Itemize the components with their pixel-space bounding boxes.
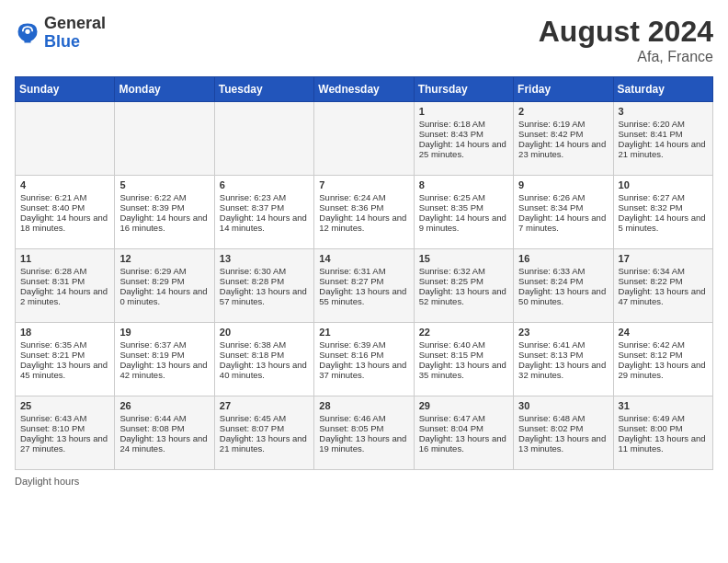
day-info-line: Sunset: 8:05 PM [319, 423, 408, 433]
day-info-line: Sunset: 8:10 PM [20, 423, 109, 433]
day-info-line: Daylight: 14 hours and 9 minutes. [419, 213, 508, 233]
day-number: 23 [518, 327, 608, 338]
day-info-line: Sunset: 8:42 PM [518, 129, 608, 139]
day-info-line: Daylight: 14 hours and 0 minutes. [119, 286, 209, 306]
day-info-line: Daylight: 13 hours and 27 minutes. [20, 433, 109, 454]
day-cell: 12Sunrise: 6:29 AMSunset: 8:29 PMDayligh… [115, 249, 214, 323]
day-cell [16, 102, 115, 176]
day-cell: 4Sunrise: 6:21 AMSunset: 8:40 PMDaylight… [16, 176, 115, 249]
day-number: 31 [619, 400, 708, 411]
day-cell: 16Sunrise: 6:33 AMSunset: 8:24 PMDayligh… [514, 249, 613, 323]
day-info-line: Sunrise: 6:41 AM [518, 339, 608, 350]
day-info-line: Daylight: 14 hours and 25 minutes. [419, 139, 508, 159]
week-row-4: 18Sunrise: 6:35 AMSunset: 8:21 PMDayligh… [16, 323, 713, 396]
day-cell: 5Sunrise: 6:22 AMSunset: 8:39 PMDaylight… [115, 176, 214, 249]
day-number: 5 [119, 179, 209, 190]
day-cell: 28Sunrise: 6:46 AMSunset: 8:05 PMDayligh… [314, 396, 414, 470]
week-row-1: 1Sunrise: 6:18 AMSunset: 8:43 PMDaylight… [16, 102, 713, 176]
day-info-line: Sunrise: 6:26 AM [518, 192, 608, 202]
day-number: 21 [319, 327, 408, 338]
day-cell: 7Sunrise: 6:24 AMSunset: 8:36 PMDaylight… [314, 176, 414, 249]
day-info-line: Sunset: 8:15 PM [419, 350, 508, 360]
day-number: 6 [220, 179, 309, 190]
logo-blue: Blue [44, 33, 106, 52]
day-cell: 26Sunrise: 6:44 AMSunset: 8:08 PMDayligh… [115, 396, 214, 470]
day-info-line: Sunrise: 6:20 AM [619, 119, 708, 129]
day-info-line: Sunset: 8:36 PM [319, 202, 408, 213]
title-block: August 2024 Afa, France [539, 15, 713, 65]
day-cell: 13Sunrise: 6:30 AMSunset: 8:28 PMDayligh… [214, 249, 313, 323]
logo: General Blue [15, 15, 106, 52]
day-info-line: Daylight: 13 hours and 50 minutes. [518, 286, 608, 306]
day-info-line: Sunrise: 6:39 AM [319, 339, 408, 350]
day-number: 10 [619, 179, 708, 190]
day-info-line: Sunset: 8:34 PM [518, 202, 608, 213]
page-header: General Blue August 2024 Afa, France [15, 15, 713, 65]
day-info-line: Sunrise: 6:21 AM [20, 192, 109, 202]
day-cell: 2Sunrise: 6:19 AMSunset: 8:42 PMDaylight… [514, 102, 613, 176]
day-cell: 29Sunrise: 6:47 AMSunset: 8:04 PMDayligh… [414, 396, 513, 470]
week-row-2: 4Sunrise: 6:21 AMSunset: 8:40 PMDaylight… [16, 176, 713, 249]
day-info-line: Sunrise: 6:42 AM [619, 339, 708, 350]
day-cell: 8Sunrise: 6:25 AMSunset: 8:35 PMDaylight… [414, 176, 513, 249]
day-number: 29 [419, 400, 508, 411]
day-cell: 14Sunrise: 6:31 AMSunset: 8:27 PMDayligh… [314, 249, 414, 323]
day-info-line: Daylight: 14 hours and 16 minutes. [119, 213, 209, 233]
day-info-line: Daylight: 13 hours and 52 minutes. [419, 286, 508, 306]
day-cell: 10Sunrise: 6:27 AMSunset: 8:32 PMDayligh… [613, 176, 712, 249]
day-info-line: Daylight: 13 hours and 24 minutes. [119, 433, 209, 454]
day-number: 8 [419, 179, 508, 190]
day-cell: 1Sunrise: 6:18 AMSunset: 8:43 PMDaylight… [414, 102, 513, 176]
day-info-line: Daylight: 14 hours and 14 minutes. [220, 213, 309, 233]
logo-general: General [44, 15, 106, 33]
day-info-line: Daylight: 13 hours and 13 minutes. [518, 433, 608, 454]
day-info-line: Daylight: 13 hours and 35 minutes. [419, 360, 508, 380]
day-info-line: Daylight: 14 hours and 21 minutes. [619, 139, 708, 159]
day-info-line: Sunrise: 6:22 AM [119, 192, 209, 202]
day-number: 26 [119, 400, 209, 411]
day-info-line: Sunrise: 6:31 AM [319, 266, 408, 276]
day-info-line: Sunset: 8:32 PM [619, 202, 708, 213]
week-row-5: 25Sunrise: 6:43 AMSunset: 8:10 PMDayligh… [16, 396, 713, 470]
day-info-line: Sunset: 8:18 PM [220, 350, 309, 360]
header-row: SundayMondayTuesdayWednesdayThursdayFrid… [16, 77, 713, 102]
day-number: 12 [119, 253, 209, 264]
day-number: 25 [20, 400, 109, 411]
logo-text: General Blue [44, 15, 106, 52]
day-info-line: Sunrise: 6:29 AM [119, 266, 209, 276]
day-number: 20 [220, 327, 309, 338]
day-info-line: Daylight: 13 hours and 29 minutes. [619, 360, 708, 380]
day-number: 11 [20, 253, 109, 264]
day-info-line: Sunset: 8:04 PM [419, 423, 508, 433]
header-cell-friday: Friday [514, 77, 613, 102]
day-info-line: Sunset: 8:35 PM [419, 202, 508, 213]
day-info-line: Sunset: 8:00 PM [619, 423, 708, 433]
day-info-line: Sunrise: 6:40 AM [419, 339, 508, 350]
day-info-line: Daylight: 13 hours and 45 minutes. [20, 360, 109, 380]
day-info-line: Daylight: 14 hours and 23 minutes. [518, 139, 608, 159]
day-cell: 25Sunrise: 6:43 AMSunset: 8:10 PMDayligh… [16, 396, 115, 470]
day-cell: 17Sunrise: 6:34 AMSunset: 8:22 PMDayligh… [613, 249, 712, 323]
day-info-line: Daylight: 13 hours and 57 minutes. [220, 286, 309, 306]
day-info-line: Daylight: 13 hours and 37 minutes. [319, 360, 408, 380]
day-info-line: Sunrise: 6:32 AM [419, 266, 508, 276]
header-cell-thursday: Thursday [414, 77, 513, 102]
day-cell: 20Sunrise: 6:38 AMSunset: 8:18 PMDayligh… [214, 323, 313, 396]
day-info-line: Daylight: 13 hours and 32 minutes. [518, 360, 608, 380]
day-info-line: Sunset: 8:19 PM [119, 350, 209, 360]
day-info-line: Sunset: 8:08 PM [119, 423, 209, 433]
day-info-line: Daylight: 14 hours and 12 minutes. [319, 213, 408, 233]
day-info-line: Sunset: 8:27 PM [319, 276, 408, 286]
day-cell: 22Sunrise: 6:40 AMSunset: 8:15 PMDayligh… [414, 323, 513, 396]
day-info-line: Daylight: 13 hours and 11 minutes. [619, 433, 708, 454]
day-info-line: Sunrise: 6:30 AM [220, 266, 309, 276]
day-info-line: Sunrise: 6:43 AM [20, 413, 109, 423]
day-info-line: Daylight: 13 hours and 16 minutes. [419, 433, 508, 454]
day-info-line: Sunset: 8:43 PM [419, 129, 508, 139]
day-info-line: Sunrise: 6:35 AM [20, 339, 109, 350]
day-info-line: Sunrise: 6:28 AM [20, 266, 109, 276]
day-info-line: Daylight: 14 hours and 18 minutes. [20, 213, 109, 233]
day-number: 28 [319, 400, 408, 411]
header-cell-wednesday: Wednesday [314, 77, 414, 102]
day-info-line: Sunset: 8:29 PM [119, 276, 209, 286]
